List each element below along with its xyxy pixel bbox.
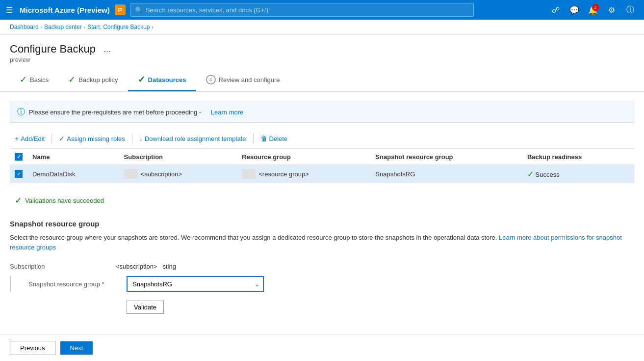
breadcrumb: Dashboard › Backup center › Start: Confi…: [0, 20, 644, 35]
select-all-checkbox[interactable]: ✓: [15, 153, 23, 161]
validation-success-row: ✓ Validations have succeeded: [10, 191, 634, 210]
assign-roles-label: Assign missing roles: [67, 135, 125, 142]
indent-line: [10, 276, 25, 292]
breadcrumb-backup-center[interactable]: Backup center: [44, 24, 82, 30]
learn-more-link[interactable]: Learn more: [211, 109, 243, 116]
snapshot-rg-form-group: Snapshot resource group * SnapshotsRG ⌄: [10, 276, 634, 292]
info-message: Please ensure the pre-requisites are met…: [29, 109, 201, 116]
tab-basics-label: Basics: [30, 76, 49, 83]
backup-policy-check-icon: ✓: [68, 74, 76, 85]
tab-basics[interactable]: ✓ Basics: [10, 69, 58, 91]
row-rg-cell: <resource group>: [237, 165, 370, 183]
datasources-table: ✓ Name Subscription Resource group Snaps…: [10, 149, 634, 183]
download-template-label: Download role assignment template: [145, 135, 246, 142]
row-readiness-cell: ✓ Success: [522, 165, 634, 183]
col-name-header: Name: [27, 149, 119, 165]
subscription-value: <subscription> sting: [116, 260, 176, 270]
check-mark-icon: ✓: [59, 135, 65, 142]
col-resource-group-header: Resource group: [237, 149, 370, 165]
notifications-icon[interactable]: 🔔 2: [585, 2, 601, 18]
tab-review[interactable]: 4 Review and configure: [196, 70, 290, 91]
search-icon: 🔍: [135, 6, 143, 14]
tab-backup-policy[interactable]: ✓ Backup policy: [58, 69, 128, 91]
row-checkbox[interactable]: ✓: [15, 170, 23, 178]
toolbar: + Add/Edit ✓ Assign missing roles ↓ Down…: [10, 133, 634, 149]
row-checkbox-cell[interactable]: ✓: [10, 165, 27, 183]
validate-btn-row: Validate: [10, 299, 634, 314]
settings-icon[interactable]: ⚙: [604, 2, 619, 18]
snapshot-rg-select[interactable]: SnapshotsRG: [127, 276, 264, 292]
sep3: ›: [152, 25, 154, 30]
page-header: Configure Backup ... preview ✓ Basics ✓ …: [0, 35, 644, 92]
hamburger-menu[interactable]: ☰: [6, 5, 13, 15]
app-title: Microsoft Azure (Preview): [20, 6, 110, 14]
add-icon: +: [15, 135, 19, 142]
breadcrumb-configure-backup[interactable]: Start: Configure Backup: [87, 24, 150, 30]
top-navigation: ☰ Microsoft Azure (Preview) P 🔍 ☍ 💬 🔔 2 …: [0, 0, 644, 20]
basics-check-icon: ✓: [20, 74, 27, 85]
tab-datasources[interactable]: ✓ Datasources: [128, 69, 196, 91]
assign-roles-button[interactable]: ✓ Assign missing roles: [54, 133, 130, 144]
info-banner: ⓘ Please ensure the pre-requisites are m…: [10, 102, 634, 123]
datasources-check-icon: ✓: [138, 74, 145, 85]
snapshot-section-desc: Select the resource group where your sna…: [10, 233, 634, 252]
search-bar[interactable]: 🔍: [130, 3, 474, 17]
sep1: ›: [41, 25, 42, 30]
tab-review-label: Review and configure: [219, 76, 280, 83]
review-circle: 4: [206, 75, 216, 84]
row-snapshot-rg-cell: SnapshotsRG: [370, 165, 522, 183]
page-subtitle: preview: [10, 56, 634, 63]
breadcrumb-dashboard[interactable]: Dashboard: [10, 24, 39, 30]
page-title: Configure Backup: [10, 43, 96, 56]
feedback-icon[interactable]: 💬: [567, 2, 582, 18]
help-icon[interactable]: ⓘ: [622, 2, 638, 18]
subscription-label: Subscription: [10, 260, 108, 270]
col-subscription-header: Subscription: [119, 149, 237, 165]
row-rg-value: <resource group>: [258, 170, 309, 178]
main-content: ⓘ Please ensure the pre-requisites are m…: [0, 92, 644, 337]
table-row[interactable]: ✓ DemoDataDisk <subscription> <resource …: [10, 165, 634, 183]
validation-message: Validations have succeeded: [25, 197, 104, 204]
tab-backup-policy-label: Backup policy: [78, 76, 118, 83]
subscription-icon: [124, 169, 138, 179]
ellipsis-button[interactable]: ...: [101, 43, 114, 56]
separator-1: [52, 134, 52, 143]
separator-2: [132, 134, 132, 143]
tabs: ✓ Basics ✓ Backup policy ✓ Datasources 4…: [10, 69, 634, 91]
row-readiness-value: Success: [536, 171, 560, 178]
row-subscription-value: <subscription>: [141, 170, 182, 178]
delete-icon: 🗑: [260, 135, 267, 142]
delete-button[interactable]: 🗑 Delete: [256, 133, 293, 144]
info-icon: ⓘ: [17, 107, 25, 117]
readiness-check-icon: ✓: [527, 170, 534, 178]
rg-icon: [242, 169, 256, 179]
success-icon: ✓: [15, 195, 22, 206]
azure-badge: P: [115, 4, 126, 15]
add-edit-label: Add/Edit: [21, 135, 45, 142]
add-edit-button[interactable]: + Add/Edit: [10, 133, 50, 144]
download-icon: ↓: [139, 135, 143, 142]
col-snapshot-rg-header: Snapshot resource group: [370, 149, 522, 165]
validate-button[interactable]: Validate: [127, 301, 164, 314]
tab-datasources-label: Datasources: [148, 76, 186, 83]
col-checkbox-header: ✓: [10, 149, 27, 165]
sep2: ›: [84, 25, 85, 30]
portal-icon[interactable]: ☍: [548, 2, 564, 18]
snapshot-rg-select-wrapper: SnapshotsRG ⌄: [127, 276, 264, 292]
notification-badge: 2: [592, 4, 599, 11]
col-readiness-header: Backup readiness: [522, 149, 634, 165]
snapshot-rg-label: Snapshot resource group *: [28, 280, 127, 288]
snapshot-section-title: Snapshot resource group: [10, 220, 634, 228]
row-name-cell: DemoDataDisk: [27, 165, 119, 183]
snapshot-section: Snapshot resource group Select the resou…: [10, 210, 634, 319]
row-subscription-cell: <subscription>: [119, 165, 237, 183]
nav-icons: ☍ 💬 🔔 2 ⚙ ⓘ: [548, 2, 638, 18]
subscription-form-row: Subscription <subscription> sting: [10, 260, 634, 270]
footer: Previous Next: [0, 334, 644, 337]
delete-label: Delete: [269, 135, 288, 142]
separator-3: [253, 134, 254, 143]
search-input[interactable]: [146, 6, 469, 14]
download-template-button[interactable]: ↓ Download role assignment template: [134, 133, 251, 144]
